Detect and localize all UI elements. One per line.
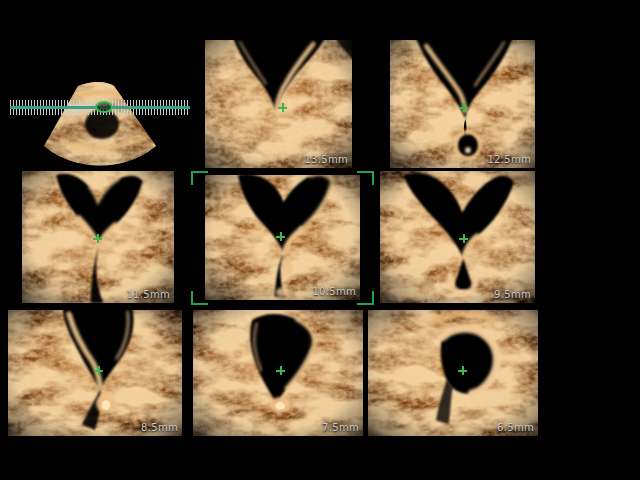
slice-center-marker-icon	[458, 366, 467, 375]
slice-depth-label: 6.5mm	[497, 422, 534, 433]
slice-center-marker-icon	[276, 232, 285, 241]
scan-plane-overview[interactable]	[0, 0, 200, 170]
slice-depth-label: 8.5mm	[141, 422, 178, 433]
slice-depth-label: 9.5mm	[494, 289, 531, 300]
slice-center-marker-icon	[278, 103, 287, 112]
slice-tile-6-5mm[interactable]: 6.5mm	[368, 310, 538, 436]
slice-center-marker-icon	[459, 234, 468, 243]
slice-depth-label: 11.5mm	[126, 289, 170, 300]
slice-tile-10-5mm-selected[interactable]: 10.5mm	[205, 175, 360, 300]
ultrasound-multislice-screen: 13.5mm 12.5mm 11.5mm 10.5mm 9.5mm 8.5mm …	[0, 0, 640, 480]
slice-depth-label: 12.5mm	[487, 154, 531, 165]
slice-tile-8-5mm[interactable]: 8.5mm	[8, 310, 182, 436]
slice-depth-label: 7.5mm	[322, 422, 359, 433]
slice-tile-9-5mm[interactable]: 9.5mm	[380, 171, 535, 303]
slice-depth-label: 13.5mm	[304, 154, 348, 165]
slice-tile-13-5mm[interactable]: 13.5mm	[205, 40, 352, 168]
slice-center-marker-icon	[276, 366, 285, 375]
slice-center-marker-icon	[93, 234, 102, 243]
slice-depth-label: 10.5mm	[312, 286, 356, 297]
slice-center-marker-icon	[94, 366, 103, 375]
slice-tile-11-5mm[interactable]: 11.5mm	[22, 171, 174, 303]
reference-sector-image	[0, 0, 200, 170]
current-plane-marker-icon	[95, 101, 113, 113]
slice-tile-12-5mm[interactable]: 12.5mm	[390, 40, 535, 168]
slice-tile-7-5mm[interactable]: 7.5mm	[193, 310, 363, 436]
slice-center-marker-icon	[459, 103, 468, 112]
